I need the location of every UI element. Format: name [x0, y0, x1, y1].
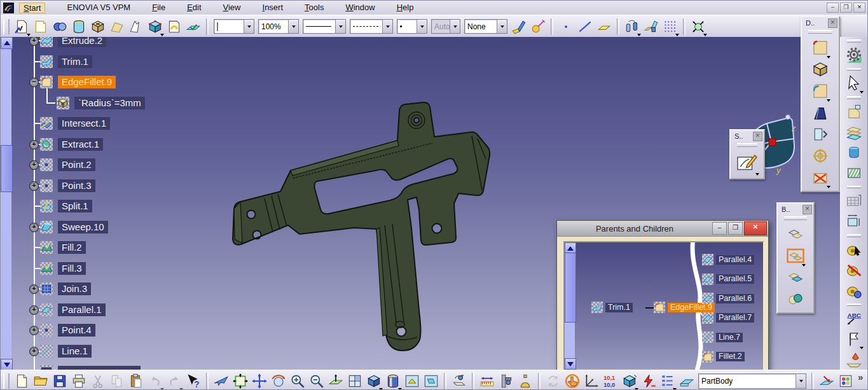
- dialog-close-button[interactable]: ✕: [744, 221, 767, 235]
- remove-boolean-button[interactable]: [786, 268, 805, 287]
- plane-icon-button[interactable]: [596, 18, 612, 35]
- fly-mode-button[interactable]: [213, 373, 230, 389]
- menu-item-start[interactable]: Start: [19, 3, 45, 13]
- save-button[interactable]: [52, 373, 68, 389]
- assemble-boolean-button[interactable]: [786, 225, 805, 244]
- remove-face-button[interactable]: [811, 168, 830, 187]
- toolbar-drag-handle[interactable]: [847, 39, 861, 43]
- tree-expander[interactable]: +: [29, 305, 39, 315]
- variable-fillet-button[interactable]: [811, 81, 830, 101]
- wheel-analyze-button[interactable]: [845, 241, 863, 259]
- hide-show-button[interactable]: [404, 373, 420, 389]
- chevron-down-icon[interactable]: [802, 264, 806, 267]
- viewport-3d[interactable]: +Extrude.2Trim.1−EdgeFillet.9B`Radius`=3…: [1, 37, 842, 370]
- painter-brush-button[interactable]: [511, 18, 527, 35]
- chevron-down-icon[interactable]: [497, 20, 507, 33]
- tree-item-Fill-2[interactable]: Fill.2: [40, 239, 86, 256]
- sheet-check-button[interactable]: [185, 18, 202, 35]
- chevron-down-icon[interactable]: [288, 20, 298, 33]
- chevron-down-icon[interactable]: [27, 34, 31, 36]
- grid-dots-button[interactable]: [662, 18, 679, 35]
- menu-item-view[interactable]: View: [223, 3, 241, 13]
- tree-item[interactable]: [40, 363, 141, 370]
- chevron-down-icon[interactable]: [673, 388, 677, 390]
- frame-grid-button[interactable]: [845, 192, 863, 210]
- publication-button[interactable]: [52, 18, 68, 35]
- toolbar-grip[interactable]: [3, 373, 10, 389]
- wheel-remove-button[interactable]: [845, 261, 863, 279]
- dialog-node-Parallel-5[interactable]: Parallel.5: [702, 274, 754, 285]
- wizard-wand-button[interactable]: [530, 18, 546, 35]
- tree-expander[interactable]: +: [29, 223, 39, 232]
- wedge-solid-button[interactable]: [109, 18, 125, 35]
- tree-expander[interactable]: +: [29, 347, 39, 356]
- line-icon-button[interactable]: [577, 18, 593, 35]
- chevron-down-icon[interactable]: [827, 186, 830, 188]
- undo-button[interactable]: [147, 373, 163, 389]
- tree-item-Extrude-2[interactable]: Extrude.2: [40, 37, 106, 49]
- chevron-down-icon[interactable]: [335, 20, 345, 33]
- tree-item-Intersect-1[interactable]: Intersect.1: [40, 115, 110, 132]
- sketcher-button[interactable]: [736, 151, 759, 174]
- menu-item-window[interactable]: Window: [345, 3, 375, 13]
- window-minimize-button[interactable]: –: [827, 3, 839, 13]
- toolbar-drag-handle[interactable]: [847, 96, 861, 99]
- tree-expander[interactable]: +: [29, 160, 39, 170]
- line-weight-combo[interactable]: [303, 19, 346, 34]
- measure-between-button[interactable]: [479, 373, 495, 389]
- chevron-down-icon[interactable]: [417, 20, 427, 33]
- tree-item-Parallel-1[interactable]: Parallel.1: [40, 302, 106, 318]
- zoom-in-button[interactable]: [289, 373, 306, 389]
- opacity-combo[interactable]: 100%: [258, 19, 299, 34]
- chevron-down-icon[interactable]: [860, 347, 864, 349]
- chevron-down-icon[interactable]: [827, 99, 830, 102]
- whats-this-button[interactable]: ?: [185, 373, 202, 389]
- normal-view-button[interactable]: [327, 373, 344, 389]
- tree-expander[interactable]: −: [29, 78, 39, 87]
- tree-item-Trim-1[interactable]: Trim.1: [40, 53, 92, 70]
- tree-expander[interactable]: +: [29, 181, 39, 191]
- mirror-planes-button[interactable]: [643, 18, 659, 35]
- flag-annotation-button[interactable]: [845, 330, 863, 348]
- open-folder-button[interactable]: [32, 373, 49, 389]
- tree-item-Sweep-10[interactable]: Sweep.10: [40, 219, 108, 235]
- chevron-down-icon[interactable]: [675, 34, 679, 36]
- snap-coordinates-button[interactable]: 10,110,0: [602, 373, 619, 389]
- revolve-body-button[interactable]: [71, 18, 87, 35]
- add-boolean-button[interactable]: [786, 246, 805, 265]
- toolbar-overflow-button[interactable]: »: [858, 372, 863, 382]
- copy-button[interactable]: [109, 373, 125, 389]
- turntable-button[interactable]: [451, 373, 467, 389]
- slot-hatch-button[interactable]: [845, 164, 863, 182]
- dialog-minimize-button[interactable]: –: [712, 222, 727, 235]
- multi-view-button[interactable]: [347, 373, 363, 389]
- chevron-down-icon[interactable]: [379, 388, 383, 390]
- rib-cylinder-button[interactable]: [845, 144, 863, 162]
- toolbar-grip[interactable]: [3, 19, 10, 34]
- chevron-down-icon[interactable]: [160, 34, 164, 36]
- menu-item-help[interactable]: Help: [397, 3, 414, 13]
- fill-color-combo[interactable]: [214, 19, 254, 34]
- point-icon-button[interactable]: [558, 18, 574, 35]
- dialog-title-bar[interactable]: Parents and Children – ❐ ✕: [557, 221, 768, 237]
- chevron-down-icon[interactable]: [398, 388, 402, 390]
- dialog-node-Fillet-2[interactable]: Fillet.2: [702, 351, 745, 363]
- gear-options-button[interactable]: [845, 46, 863, 64]
- new-doc-button[interactable]: [13, 373, 30, 389]
- paste-button[interactable]: [128, 373, 144, 389]
- render-mode-combo[interactable]: None: [464, 19, 507, 34]
- wheel-paint-button[interactable]: [845, 282, 863, 300]
- tree-item-Line-1[interactable]: Line.1: [40, 343, 92, 359]
- refresh-button[interactable]: [545, 373, 561, 389]
- mass-properties-button[interactable]: [517, 373, 534, 389]
- catalog-colors-button[interactable]: [837, 373, 854, 389]
- pad-tool-button[interactable]: [845, 103, 863, 121]
- dialog-node-Line-7[interactable]: Line.7: [702, 331, 743, 343]
- toolbar-drag-handle[interactable]: [847, 303, 861, 307]
- chevron-down-icon[interactable]: [244, 20, 254, 33]
- tree-item-Point-2[interactable]: Point.2: [40, 157, 95, 173]
- toolbar-title-bar[interactable]: S.. ✕: [731, 130, 764, 141]
- toolbar-drag-handle[interactable]: [808, 30, 832, 34]
- toolbar-title-bar[interactable]: B.. ✕: [778, 204, 813, 214]
- tree-item-Fill-3[interactable]: Fill.3: [40, 260, 86, 277]
